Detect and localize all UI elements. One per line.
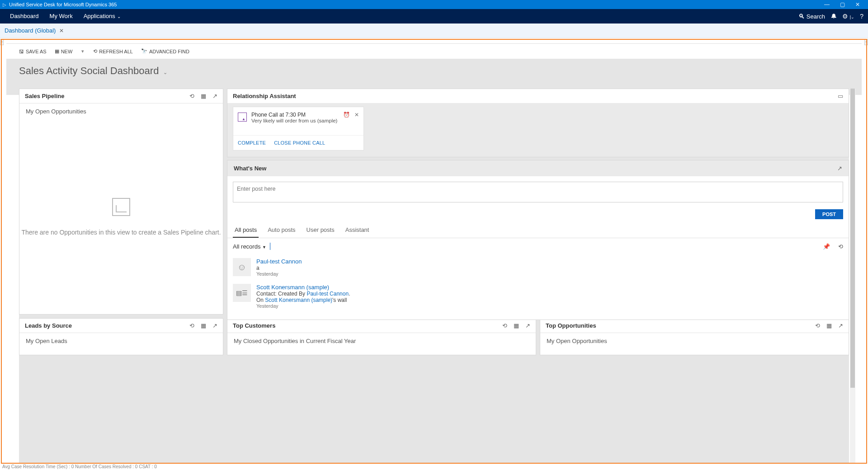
tab-auto-posts[interactable]: Auto posts — [266, 223, 297, 238]
help-icon[interactable]: ? — [860, 13, 863, 20]
panel-title: Leads by Source — [25, 322, 72, 329]
grid-icon[interactable]: ▦ — [201, 93, 206, 99]
expand-icon[interactable]: ↗ — [212, 322, 217, 329]
tab-dashboard-global[interactable]: Dashboard (Global) ✕ — [5, 27, 64, 34]
status-bar: Avg Case Resolution Time (Sec) : 0 Numbe… — [1, 464, 867, 470]
post-timestamp: Yesterday — [256, 271, 302, 277]
post-tabs: All posts Auto posts User posts Assistan… — [227, 223, 849, 238]
main-nav: Dashboard My Work Applications⌄ 🔍︎ Searc… — [0, 9, 868, 24]
refresh-icon[interactable]: ⟲ — [502, 322, 507, 329]
card-line1: Phone Call at 7:30 PM — [251, 112, 337, 118]
new-button[interactable]: ▦ NEW — [55, 48, 73, 54]
expand-icon[interactable]: ↗ — [838, 322, 843, 329]
refresh-icon[interactable]: ⟲ — [815, 322, 820, 329]
tab-user-posts[interactable]: User posts — [305, 223, 336, 238]
refresh-icon[interactable]: ⟲ — [189, 93, 194, 99]
empty-message: There are no Opportunities in this view … — [21, 229, 221, 236]
avatar: ☺ — [233, 258, 251, 276]
wall-link[interactable]: Scott Konersmann (sample) — [265, 297, 332, 303]
vertical-scrollbar[interactable] — [850, 89, 855, 463]
command-bar: 🖫 SAVE AS ▦ NEW ▾ ⟲ REFRESH ALL 🔭 ADVANC… — [6, 43, 862, 59]
content-area: 🖫 SAVE AS ▦ NEW ▾ ⟲ REFRESH ALL 🔭 ADVANC… — [6, 43, 862, 463]
nav-applications[interactable]: Applications⌄ — [78, 9, 126, 24]
post-item: ☺ Paul-test Cannon a Yesterday — [233, 254, 843, 280]
post-item: ▤☰ Scott Konersmann (sample) Contact: Cr… — [233, 280, 843, 312]
assistant-card[interactable]: Phone Call at 7:30 PM Very likely will o… — [233, 107, 364, 150]
nav-my-work[interactable]: My Work — [44, 9, 78, 24]
records-filter[interactable]: All records ▼ — [233, 243, 266, 250]
panel-subtitle: My Open Leads — [19, 333, 223, 349]
grid-icon[interactable]: ▦ — [201, 322, 206, 329]
tab-assistant[interactable]: Assistant — [344, 223, 371, 238]
title-bar: ▷ Unified Service Desk for Microsoft Dyn… — [0, 0, 868, 9]
grid-icon[interactable]: ▦ — [514, 322, 519, 329]
tab-strip: Dashboard (Global) ✕ — [0, 24, 868, 38]
layout-icon[interactable]: ▭ — [838, 93, 843, 99]
post-button[interactable]: POST — [815, 209, 843, 219]
chevron-down-icon[interactable]: ⌄ — [163, 70, 167, 75]
advanced-find-button[interactable]: 🔭 ADVANCED FIND — [141, 48, 189, 54]
pin-icon[interactable]: 📌 — [823, 243, 830, 250]
activity-icon — [238, 113, 247, 122]
dashboard-title[interactable]: Sales Activity Social Dashboard — [19, 65, 159, 77]
post-line1: Contact: Created By Paul-test Cannon. — [256, 291, 350, 297]
refresh-icon[interactable]: ⟲ — [838, 243, 843, 250]
post-content: a — [256, 265, 302, 271]
binoculars-icon: 🔭 — [141, 48, 147, 54]
gear-icon[interactable]: ⚙ |⌄ — [842, 13, 854, 20]
expand-icon[interactable]: ↗ — [212, 93, 217, 99]
post-timestamp: Yesterday — [256, 303, 350, 309]
panel-leads-by-source: Leads by Source ⟲ ▦ ↗ My Open Leads — [19, 318, 223, 355]
close-phone-call-button[interactable]: CLOSE PHONE CALL — [274, 140, 325, 146]
post-author[interactable]: Paul-test Cannon — [256, 258, 302, 265]
new-icon: ▦ — [55, 48, 59, 54]
post-input[interactable] — [233, 182, 843, 202]
panel-title: Relationship Assistant — [233, 93, 296, 99]
panel-title: Top Customers — [233, 322, 275, 329]
panel-top-opportunities: Top Opportunities ⟲ ▦ ↗ My Open Opportun… — [540, 318, 849, 355]
app-icon: ▷ — [3, 2, 6, 7]
panel-whats-new: What's New ↗ POST All posts Auto posts U… — [227, 160, 849, 320]
posts-list: ☺ Paul-test Cannon a Yesterday ▤☰ Scott … — [227, 253, 849, 320]
dismiss-icon[interactable]: ✕ — [354, 112, 359, 123]
post-author[interactable]: Scott Konersmann (sample) — [256, 284, 350, 291]
text-cursor — [270, 243, 270, 250]
panel-top-customers: Top Customers ⟲ ▦ ↗ My Closed Opportunit… — [227, 318, 536, 355]
search-icon: 🔍︎ — [798, 13, 805, 20]
panel-title: What's New — [234, 165, 266, 172]
post-line2: On Scott Konersmann (sample)'s wall — [256, 297, 350, 303]
tab-all-posts[interactable]: All posts — [233, 223, 259, 238]
maximize-button[interactable]: ▢ — [835, 1, 850, 8]
snooze-icon[interactable]: ⏰ — [343, 112, 350, 123]
grid-icon[interactable]: ▦ — [826, 322, 832, 329]
panel-sales-pipeline: Sales Pipeline ⟲ ▦ ↗ My Open Opportuniti… — [19, 89, 223, 315]
complete-button[interactable]: COMPLETE — [238, 140, 266, 146]
bell-icon[interactable]: 🔔︎ — [830, 13, 837, 20]
close-window-button[interactable]: ✕ — [850, 1, 865, 8]
refresh-icon[interactable]: ⟲ — [189, 322, 194, 329]
close-tab-icon[interactable]: ✕ — [59, 28, 64, 34]
panel-subtitle: My Open Opportunities — [540, 333, 849, 349]
minimize-button[interactable]: — — [819, 1, 835, 8]
refresh-all-button[interactable]: ⟲ REFRESH ALL — [93, 48, 133, 54]
panel-title: Sales Pipeline — [25, 93, 64, 99]
card-line2: Very likely will order from us (sample) — [251, 118, 337, 123]
expand-icon[interactable]: ↗ — [837, 165, 842, 172]
chevron-down-icon: ⌄ — [117, 14, 121, 19]
save-icon: 🖫 — [19, 49, 24, 54]
dropdown-split[interactable]: ▾ — [80, 48, 85, 54]
app-title: Unified Service Desk for Microsoft Dynam… — [9, 2, 117, 7]
empty-chart-icon — [112, 198, 130, 216]
caret-down-icon: ▼ — [262, 245, 266, 249]
avatar: ▤☰ — [233, 284, 251, 302]
dashboard-grid: Sales Pipeline ⟲ ▦ ↗ My Open Opportuniti… — [19, 89, 849, 463]
panel-title: Top Opportunities — [546, 322, 596, 329]
save-as-button[interactable]: 🖫 SAVE AS — [19, 49, 47, 54]
author-link[interactable]: Paul-test Cannon — [307, 291, 349, 297]
scrollbar-thumb[interactable] — [850, 89, 855, 388]
panel-subtitle: My Closed Opportunities in Current Fisca… — [227, 333, 536, 349]
nav-dashboard[interactable]: Dashboard — [5, 9, 44, 24]
search-button[interactable]: 🔍︎ Search — [798, 13, 825, 20]
refresh-icon: ⟲ — [93, 48, 97, 54]
expand-icon[interactable]: ↗ — [525, 322, 530, 329]
